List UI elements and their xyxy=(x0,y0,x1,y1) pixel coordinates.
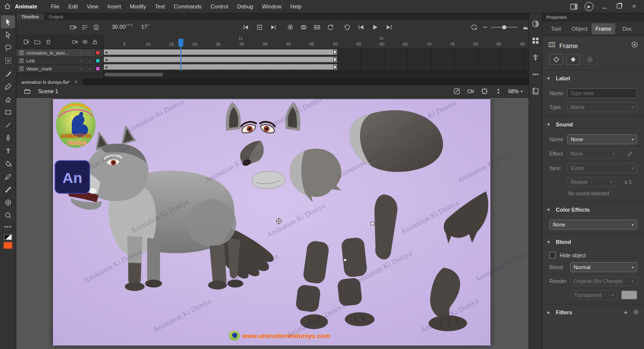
layer-lock-dot[interactable]: • xyxy=(85,58,94,63)
home-icon[interactable] xyxy=(0,3,15,10)
menu-control[interactable]: Control xyxy=(206,0,232,13)
part-jaw[interactable] xyxy=(252,172,285,189)
sound-name-dropdown[interactable]: None▾ xyxy=(567,134,637,144)
layer-row[interactable]: Link • • xyxy=(16,57,103,65)
zoom-tool[interactable] xyxy=(1,209,15,222)
zoom-stepper[interactable] xyxy=(494,87,502,95)
rewind-icon[interactable] xyxy=(357,23,365,31)
tab-output[interactable]: Output xyxy=(44,13,68,20)
add-camera-icon[interactable] xyxy=(69,23,77,31)
lasso-tool[interactable] xyxy=(1,41,15,54)
layer-name[interactable]: Water_mark xyxy=(26,66,76,71)
menu-insert[interactable]: Insert xyxy=(103,0,126,13)
reset-timeline-zoom-icon[interactable] xyxy=(470,23,478,31)
color-panel-icon[interactable] xyxy=(532,20,539,28)
section-label[interactable]: ▾ Label xyxy=(542,72,644,84)
layer-name[interactable]: Animation_ki_duni... xyxy=(26,50,76,56)
classic-brush-tool[interactable] xyxy=(1,80,15,93)
edit-multiple-frames-icon[interactable] xyxy=(313,23,321,31)
add-filter-icon[interactable]: + xyxy=(624,309,628,316)
close-tab-icon[interactable]: × xyxy=(75,79,78,85)
edit-symbols-icon[interactable] xyxy=(453,87,461,95)
color-effect-dropdown[interactable]: None▾ xyxy=(549,220,637,230)
layer-lock-dot[interactable]: • xyxy=(85,51,94,55)
frame-span[interactable] xyxy=(104,64,337,70)
menu-text[interactable]: Text xyxy=(151,0,169,13)
properties-panel-title[interactable]: Properties xyxy=(542,13,644,22)
free-transform-tool[interactable] xyxy=(1,54,15,67)
quick-share-icon[interactable]: ▶ xyxy=(585,2,593,11)
subselection-tool[interactable] xyxy=(1,28,15,41)
insert-blank-keyframe-button[interactable] xyxy=(566,54,580,65)
layer-visibility-dot[interactable]: • xyxy=(76,51,85,55)
step-back-icon[interactable] xyxy=(242,23,250,31)
layer-name[interactable]: Link xyxy=(26,58,76,63)
show-hide-column-icon[interactable] xyxy=(82,38,89,45)
menu-view[interactable]: View xyxy=(82,0,103,13)
new-folder-icon[interactable] xyxy=(34,38,41,45)
align-panel-icon[interactable] xyxy=(532,54,539,61)
frame-row[interactable] xyxy=(104,63,529,71)
rectangle-tool[interactable] xyxy=(1,106,15,118)
brushes-panel-icon[interactable] xyxy=(532,70,539,78)
selection-tool[interactable] xyxy=(1,15,15,28)
menu-commands[interactable]: Commands xyxy=(169,0,206,13)
edit-scene-icon[interactable] xyxy=(23,87,31,95)
center-stage-icon[interactable] xyxy=(481,87,488,95)
pencil-tool[interactable] xyxy=(1,170,15,183)
frame-row[interactable] xyxy=(104,49,529,56)
more-tools-button[interactable]: ••• xyxy=(4,224,12,230)
tab-frame[interactable]: Frame xyxy=(591,23,615,34)
layer-color-swatch[interactable] xyxy=(96,51,100,55)
layer-row[interactable]: Water_mark • • xyxy=(16,65,103,73)
scene-name[interactable]: Scene 1 xyxy=(38,88,58,94)
play-icon[interactable] xyxy=(371,23,379,31)
step-forward-icon[interactable] xyxy=(269,23,277,31)
timeline-zoom-slider[interactable] xyxy=(491,27,518,28)
frames-area[interactable]: 1s 2s 5 10 15 20 25 30 35 40 45 50 55 60… xyxy=(104,35,529,78)
layer-color-swatch[interactable] xyxy=(96,66,100,71)
loop-playback-icon[interactable] xyxy=(343,23,351,31)
text-tool[interactable]: T xyxy=(1,144,15,157)
stage[interactable]: ANIMATION duniya An xyxy=(53,99,490,346)
fill-color-swatch[interactable] xyxy=(3,242,12,249)
menu-window[interactable]: Window xyxy=(258,0,286,13)
paint-bucket-tool[interactable] xyxy=(1,157,15,170)
asset-warp-tool[interactable] xyxy=(1,196,15,209)
section-blend[interactable]: ▾ Blend xyxy=(542,236,644,248)
swatches-panel-icon[interactable] xyxy=(532,37,539,45)
menu-help[interactable]: Help xyxy=(286,0,306,13)
layer-visibility-dot[interactable]: • xyxy=(76,58,85,63)
close-button[interactable]: × xyxy=(630,0,638,13)
bone-tool[interactable] xyxy=(1,183,15,196)
onion-marker-icon[interactable] xyxy=(286,23,294,31)
timeline-scrollbar-thumb[interactable] xyxy=(105,73,163,76)
section-sound[interactable]: ▾ Sound xyxy=(542,118,644,130)
document-tab[interactable]: animation ki duniya.fla* × xyxy=(16,78,83,85)
panel-options-icon[interactable] xyxy=(631,41,638,50)
zoom-level-select[interactable]: 68%▾ xyxy=(508,88,523,94)
frame-label-input[interactable] xyxy=(567,88,637,98)
layer-lock-dot[interactable]: • xyxy=(85,66,94,71)
menu-file[interactable]: File xyxy=(46,0,64,13)
restore-button[interactable] xyxy=(615,0,623,13)
frame-span[interactable] xyxy=(104,49,337,55)
layer-visibility-dot[interactable]: • xyxy=(76,66,85,71)
timeline-ruler[interactable]: 1s 2s 5 10 15 20 25 30 35 40 45 50 55 60… xyxy=(104,35,529,49)
minimize-button[interactable] xyxy=(600,0,608,13)
tab-timeline[interactable]: Timeline xyxy=(16,13,44,20)
eraser-tool[interactable] xyxy=(1,93,15,106)
loop-range-icon[interactable] xyxy=(326,23,334,31)
filter-options-gear-icon[interactable] xyxy=(633,309,639,316)
timeline-scrollbar[interactable] xyxy=(104,70,529,78)
fluid-brush-tool[interactable] xyxy=(1,67,15,80)
insert-keyframe-button[interactable] xyxy=(549,54,563,65)
center-frame-icon[interactable] xyxy=(256,23,264,31)
layer-row[interactable]: Animation_ki_duni... • • xyxy=(16,49,103,57)
delete-layer-icon[interactable] xyxy=(45,38,52,45)
fps-display[interactable]: 30.00FPS xyxy=(112,23,133,30)
menu-edit[interactable]: Edit xyxy=(64,0,82,13)
pen-tool[interactable] xyxy=(1,131,15,144)
playhead-handle[interactable] xyxy=(178,39,183,47)
layer-color-swatch[interactable] xyxy=(96,58,100,63)
